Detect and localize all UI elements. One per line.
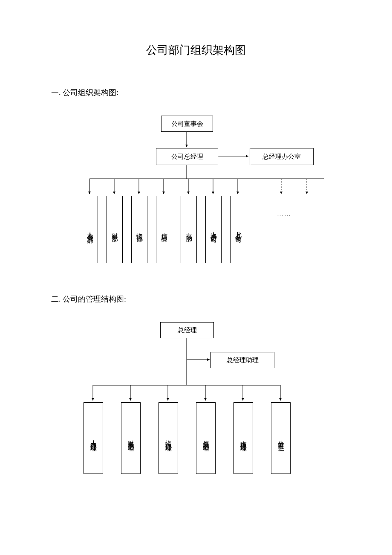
node-dept-marketing: 市场部 (181, 196, 197, 263)
node-dept-finance: 财务部 (107, 196, 123, 263)
node-general-manager: 公司总经理 (156, 148, 218, 165)
section1-heading: 一. 公司组织架构图: (51, 87, 341, 98)
node-mgr-finance: 财务部经理 (121, 402, 141, 474)
node-mgr-branch: 分公司主任 (271, 402, 291, 474)
org-chart-2: 总经理 总经理助理 人力部经理 财务部经理 物流部经理 信息部经理 市场部经理 … (77, 321, 341, 475)
node-company-board: 公司董事会 (161, 116, 213, 132)
node-mgr-logistics: 物流部经理 (159, 402, 178, 474)
node-branch-beijing: 北京分公司 (230, 196, 246, 263)
node-gm: 总经理 (160, 322, 214, 338)
org-chart-1: 公司董事会 公司总经理 总经理办公室 人力资源部 财务部 物流部 信息部 市场部… (77, 115, 341, 268)
node-mgr-it: 信息部经理 (196, 402, 216, 474)
node-dept-hr: 人力资源部 (82, 196, 98, 263)
node-branch-shanghai: 上海分公司 (205, 196, 222, 263)
node-gm-assistant: 总经理助理 (210, 352, 274, 368)
node-dept-logistics: 物流部 (131, 196, 147, 263)
page: 公司部门组织架构图 一. 公司组织架构图: (0, 0, 392, 500)
node-dept-it: 信息部 (156, 196, 172, 263)
node-ellipsis: …… (277, 211, 291, 218)
node-mgr-hr: 人力部经理 (84, 402, 103, 474)
section2-heading: 二. 公司的管理结构图: (51, 294, 341, 304)
node-mgr-marketing: 市场部经理 (233, 402, 253, 474)
node-gm-office: 总经理办公室 (250, 148, 314, 165)
document-title: 公司部门组织架构图 (51, 43, 341, 58)
